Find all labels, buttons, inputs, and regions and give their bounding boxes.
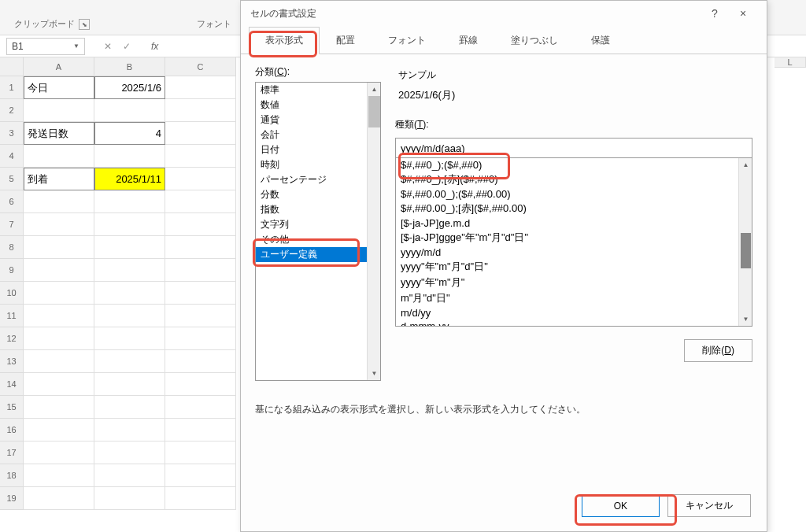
cell[interactable] bbox=[94, 236, 165, 259]
category-item[interactable]: 標準 bbox=[256, 83, 380, 98]
cell[interactable] bbox=[165, 190, 236, 213]
cell[interactable] bbox=[165, 168, 236, 190]
row-header[interactable]: 6 bbox=[0, 190, 24, 213]
tab-number-format[interactable]: 表示形式 bbox=[249, 27, 320, 54]
cell[interactable] bbox=[24, 419, 94, 441]
scrollbar[interactable]: ▲ ▼ bbox=[367, 83, 380, 380]
cancel-button[interactable]: キャンセル bbox=[667, 494, 751, 517]
category-item[interactable]: 文字列 bbox=[256, 217, 380, 232]
col-header[interactable]: L bbox=[775, 57, 806, 68]
cell[interactable] bbox=[165, 99, 236, 122]
cell[interactable] bbox=[94, 99, 165, 122]
cell[interactable] bbox=[165, 236, 236, 259]
category-item[interactable]: 通貨 bbox=[256, 113, 380, 127]
row-header[interactable]: 7 bbox=[0, 213, 24, 236]
scroll-thumb[interactable] bbox=[368, 96, 380, 127]
scroll-down-icon[interactable]: ▼ bbox=[368, 367, 381, 380]
row-header[interactable]: 9 bbox=[0, 259, 24, 282]
col-header[interactable]: C bbox=[165, 57, 236, 76]
cell[interactable] bbox=[94, 327, 165, 350]
cell[interactable] bbox=[165, 441, 236, 464]
cell[interactable] bbox=[94, 441, 165, 464]
cell[interactable] bbox=[94, 305, 165, 327]
cell[interactable] bbox=[94, 213, 165, 236]
category-item[interactable]: その他 bbox=[256, 232, 380, 247]
cancel-formula-icon[interactable]: ✕ bbox=[104, 41, 112, 52]
row-header[interactable]: 1 bbox=[0, 76, 24, 99]
name-box[interactable]: B1 ▼ bbox=[6, 38, 85, 55]
cell[interactable] bbox=[24, 350, 94, 373]
cell[interactable] bbox=[165, 305, 236, 327]
cell[interactable] bbox=[165, 350, 236, 373]
cell[interactable] bbox=[94, 190, 165, 213]
cell[interactable] bbox=[24, 464, 94, 487]
category-item-custom[interactable]: ユーザー定義 bbox=[256, 247, 380, 262]
cell[interactable] bbox=[94, 350, 165, 373]
chevron-down-icon[interactable]: ▼ bbox=[73, 42, 79, 50]
row-header[interactable]: 10 bbox=[0, 282, 24, 305]
category-item[interactable]: 日付 bbox=[256, 142, 380, 157]
scrollbar[interactable]: ▲ ▼ bbox=[738, 158, 752, 326]
cell[interactable] bbox=[24, 213, 94, 236]
cell[interactable] bbox=[24, 373, 94, 396]
cell[interactable] bbox=[24, 145, 94, 168]
scroll-thumb[interactable] bbox=[741, 233, 751, 268]
cell[interactable] bbox=[165, 419, 236, 441]
dialog-titlebar[interactable]: セルの書式設定 ? × bbox=[241, 1, 767, 26]
row-header[interactable]: 8 bbox=[0, 236, 24, 259]
cell[interactable] bbox=[165, 76, 236, 99]
clipboard-launcher-icon[interactable]: ⬊ bbox=[79, 19, 90, 30]
fx-icon[interactable]: fx bbox=[143, 41, 158, 52]
cell-a5[interactable]: 到着 bbox=[24, 168, 94, 190]
format-item[interactable]: $#,##0.00_);($#,##0.00) bbox=[396, 187, 752, 201]
delete-button[interactable]: 削除(D) bbox=[684, 339, 752, 362]
category-item[interactable]: 数値 bbox=[256, 98, 380, 113]
tab-fill[interactable]: 塗りつぶし bbox=[494, 27, 575, 54]
cell[interactable] bbox=[94, 373, 165, 396]
format-item[interactable]: m"月"d"日" bbox=[396, 290, 752, 306]
row-header[interactable]: 17 bbox=[0, 441, 24, 464]
cell[interactable] bbox=[165, 122, 236, 145]
category-item[interactable]: パーセンテージ bbox=[256, 172, 380, 187]
tab-font[interactable]: フォント bbox=[372, 27, 442, 54]
cell[interactable] bbox=[165, 464, 236, 487]
category-item[interactable]: 分数 bbox=[256, 187, 380, 202]
row-header[interactable]: 5 bbox=[0, 168, 24, 190]
cell[interactable] bbox=[24, 327, 94, 350]
scroll-up-icon[interactable]: ▲ bbox=[739, 158, 752, 172]
cell[interactable] bbox=[94, 396, 165, 419]
format-item[interactable]: d-mmm-yy bbox=[396, 320, 752, 327]
format-item[interactable]: [$-ja-JP]ggge"年"m"月"d"日" bbox=[396, 230, 752, 246]
cell[interactable] bbox=[24, 99, 94, 122]
cell[interactable] bbox=[94, 487, 165, 510]
cell-b3[interactable]: 4 bbox=[94, 122, 165, 145]
format-item[interactable]: yyyy"年"m"月" bbox=[396, 275, 752, 290]
cell-a1[interactable]: 今日 bbox=[24, 76, 94, 99]
col-header[interactable]: A bbox=[24, 57, 94, 76]
row-header[interactable]: 11 bbox=[0, 305, 24, 327]
cell[interactable] bbox=[94, 145, 165, 168]
cell[interactable] bbox=[24, 396, 94, 419]
cell[interactable] bbox=[94, 259, 165, 282]
format-item[interactable]: [$-ja-JP]ge.m.d bbox=[396, 216, 752, 230]
row-header[interactable]: 13 bbox=[0, 350, 24, 373]
format-item[interactable]: $#,##0_);($#,##0) bbox=[396, 158, 752, 172]
cell[interactable] bbox=[24, 259, 94, 282]
category-item[interactable]: 指数 bbox=[256, 202, 380, 217]
tab-protection[interactable]: 保護 bbox=[575, 27, 627, 54]
cell[interactable] bbox=[94, 419, 165, 441]
cell[interactable] bbox=[165, 327, 236, 350]
category-item[interactable]: 会計 bbox=[256, 127, 380, 142]
close-icon[interactable]: × bbox=[729, 2, 757, 24]
format-item[interactable]: $#,##0_);[赤]($#,##0) bbox=[396, 172, 752, 187]
row-header[interactable]: 15 bbox=[0, 396, 24, 419]
help-icon[interactable]: ? bbox=[701, 2, 729, 24]
category-listbox[interactable]: 標準 数値 通貨 会計 日付 時刻 パーセンテージ 分数 指数 文字列 その他 … bbox=[255, 82, 381, 381]
cell[interactable] bbox=[24, 236, 94, 259]
cell[interactable] bbox=[165, 487, 236, 510]
cell[interactable] bbox=[165, 396, 236, 419]
tab-alignment[interactable]: 配置 bbox=[320, 27, 372, 54]
row-header[interactable]: 2 bbox=[0, 99, 24, 122]
format-item[interactable]: $#,##0.00_);[赤]($#,##0.00) bbox=[396, 201, 752, 216]
category-item[interactable]: 時刻 bbox=[256, 157, 380, 172]
